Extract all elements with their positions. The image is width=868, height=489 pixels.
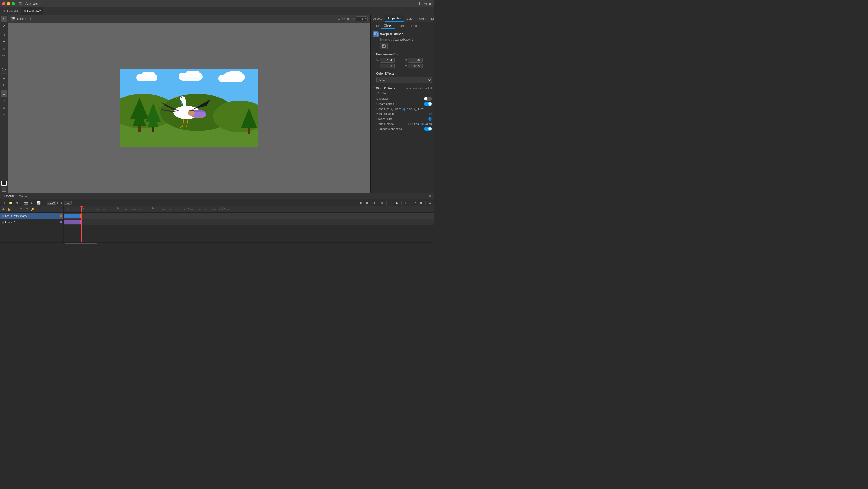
export-button[interactable]: ⬆ bbox=[403, 200, 408, 206]
track-bar-stork-blue bbox=[64, 214, 80, 218]
canvas-frame[interactable] bbox=[8, 23, 370, 193]
frame-input[interactable] bbox=[64, 201, 71, 205]
reset-warped-asset-button[interactable]: Reset warped asset ↺ bbox=[406, 87, 432, 90]
layer-row-stork[interactable]: ▤ Stork_with_Baby bbox=[0, 213, 63, 219]
close-button[interactable] bbox=[2, 2, 5, 5]
delete-layer-button[interactable]: 🗑 bbox=[14, 200, 20, 206]
scene-tool-1[interactable]: ⊕ bbox=[338, 17, 340, 21]
layer-row-1[interactable]: ▤ Layer_1 bbox=[0, 219, 63, 225]
subtab-doc[interactable]: Doc bbox=[409, 22, 420, 29]
redo-button[interactable]: ⏺ bbox=[418, 200, 424, 206]
tab-assets[interactable]: Assets bbox=[371, 15, 385, 22]
track-row-layer1[interactable] bbox=[64, 219, 434, 225]
x-input[interactable] bbox=[408, 58, 423, 63]
timeline-body: 👁 🔒 ▭ ⊙ ⊕ 🔑 ▤ Stork_with_Baby ▤ Layer_1 bbox=[0, 206, 434, 242]
tab-properties[interactable]: Properties bbox=[385, 15, 404, 22]
layer-visibility-icon[interactable]: 👁 bbox=[1, 207, 6, 212]
layer-lock-icon[interactable]: 🔒 bbox=[7, 207, 12, 212]
settings-button[interactable]: ≡ bbox=[427, 200, 432, 206]
graph-button[interactable]: 📈 bbox=[36, 200, 41, 206]
share-icon[interactable]: ⬆ bbox=[418, 2, 421, 6]
mesh-eye-icon[interactable]: 👁 bbox=[376, 91, 380, 95]
color-stroke[interactable] bbox=[2, 187, 6, 192]
folder-button[interactable]: 📁 bbox=[8, 200, 13, 206]
color-effects-header[interactable]: ▼ Color Effects bbox=[373, 70, 432, 76]
zoom-control[interactable]: 51% ▾ bbox=[356, 17, 368, 21]
bone-tool[interactable]: ⬡ bbox=[1, 90, 7, 97]
fps-input[interactable] bbox=[46, 201, 56, 205]
track-content[interactable] bbox=[64, 213, 434, 242]
y-input[interactable] bbox=[408, 64, 423, 68]
bone-type-flexi[interactable]: Flexi bbox=[414, 108, 424, 111]
more-tools[interactable]: ••• bbox=[1, 111, 7, 118]
color-effects-dropdown[interactable]: None Brightness Tint Alpha Advanced bbox=[376, 77, 432, 83]
text-tool[interactable]: T bbox=[1, 82, 7, 88]
free-transform-tool[interactable]: ⤢ bbox=[1, 97, 7, 104]
scrollbar-thumb[interactable] bbox=[65, 243, 96, 244]
freeze-joint-toggle[interactable] bbox=[428, 117, 432, 121]
propagate-changes-toggle[interactable] bbox=[424, 127, 432, 131]
subtab-frame[interactable]: Frame bbox=[395, 22, 409, 29]
undo-button[interactable]: ↩ bbox=[412, 200, 417, 206]
pen-tool[interactable]: ✒ bbox=[1, 38, 7, 45]
paint-bucket-tool[interactable]: ⬧ bbox=[1, 75, 7, 81]
tab-library[interactable]: Library bbox=[428, 15, 434, 22]
envelope-toggle[interactable] bbox=[424, 97, 432, 100]
select-tool[interactable]: ↖ bbox=[1, 16, 7, 22]
layer-1-name: Layer_1 bbox=[5, 221, 59, 224]
layer-outline-icon[interactable]: ▭ bbox=[13, 207, 18, 212]
camera-button[interactable]: 📷 bbox=[23, 200, 28, 206]
subtab-tool[interactable]: Tool bbox=[371, 22, 381, 29]
sync-button[interactable]: ⊞ bbox=[388, 200, 394, 206]
tab-untitled-1[interactable]: ✕ Untitled-1 bbox=[0, 7, 21, 14]
step-back-button[interactable]: ⏮ bbox=[371, 200, 376, 206]
color-fill[interactable] bbox=[1, 181, 7, 186]
lasso-tool[interactable]: ○ bbox=[1, 32, 7, 38]
bone-type-soft[interactable]: Soft bbox=[403, 108, 412, 111]
warped-type-button[interactable] bbox=[380, 43, 388, 49]
layer-motion-icon[interactable]: ⊙ bbox=[19, 207, 23, 212]
loop-button[interactable]: ↺ bbox=[379, 200, 385, 206]
oval-tool[interactable]: ◯ bbox=[1, 66, 7, 72]
zoom-tool[interactable]: ⌕ bbox=[1, 104, 7, 111]
tab-untitled-2[interactable]: ✕ Untitled-2* bbox=[21, 7, 43, 14]
close-tab-2[interactable]: ✕ bbox=[24, 9, 26, 12]
warp-arrow: ▼ bbox=[373, 87, 375, 89]
h-input[interactable] bbox=[380, 64, 395, 68]
window-icon[interactable]: ▭ bbox=[424, 2, 427, 6]
handle-mode-fixed[interactable]: Fixed bbox=[408, 122, 419, 125]
output-tab[interactable]: Output bbox=[17, 193, 30, 199]
close-tab-1[interactable]: ✕ bbox=[3, 9, 5, 12]
timeline-tab[interactable]: Timeline bbox=[2, 193, 17, 199]
subselect-tool[interactable]: ↗ bbox=[1, 23, 7, 29]
timeline-menu-icon[interactable]: ≡ bbox=[429, 194, 432, 198]
scene-dropdown[interactable]: Scene 1 ▾ bbox=[17, 17, 31, 21]
w-input[interactable] bbox=[380, 58, 395, 63]
layer-lock2-icon[interactable]: 🔑 bbox=[30, 207, 35, 212]
pencil-tool[interactable]: ✏ bbox=[1, 52, 7, 59]
play-icon[interactable]: ▶ bbox=[429, 2, 432, 6]
handle-mode-open[interactable]: Open bbox=[421, 122, 432, 125]
tab-align[interactable]: Align bbox=[416, 15, 428, 22]
play-button[interactable]: ▶ bbox=[395, 200, 400, 206]
scene-tool-3[interactable]: ▭ bbox=[346, 17, 350, 21]
scene-tool-4[interactable]: ⊡ bbox=[351, 17, 354, 21]
create-bones-toggle[interactable] bbox=[424, 102, 432, 106]
bone-type-hard[interactable]: Hard bbox=[391, 108, 401, 111]
brush-tool[interactable]: ◈ bbox=[1, 45, 7, 52]
instance-label: Instance of: bbox=[380, 38, 394, 41]
rectangle-tool[interactable]: ▭ bbox=[1, 59, 7, 65]
scene-tool-2[interactable]: ⊙ bbox=[342, 17, 345, 21]
new-layer-button[interactable]: + bbox=[2, 200, 7, 206]
onion-button[interactable]: ⊙ bbox=[29, 200, 35, 206]
layer-rig-icon[interactable]: ⊕ bbox=[24, 207, 29, 212]
stop-button[interactable]: ⏹ bbox=[358, 200, 363, 206]
subtab-object[interactable]: Object bbox=[381, 22, 395, 29]
minimize-button[interactable] bbox=[7, 2, 10, 5]
position-size-header[interactable]: ▼ Position and Size bbox=[373, 51, 432, 57]
tab-color[interactable]: Color bbox=[404, 15, 416, 22]
fullscreen-button[interactable] bbox=[12, 2, 15, 5]
timeline-scrollbar[interactable] bbox=[0, 242, 434, 245]
track-row-stork[interactable] bbox=[64, 213, 434, 219]
record-button[interactable]: ⏺ bbox=[364, 200, 370, 206]
